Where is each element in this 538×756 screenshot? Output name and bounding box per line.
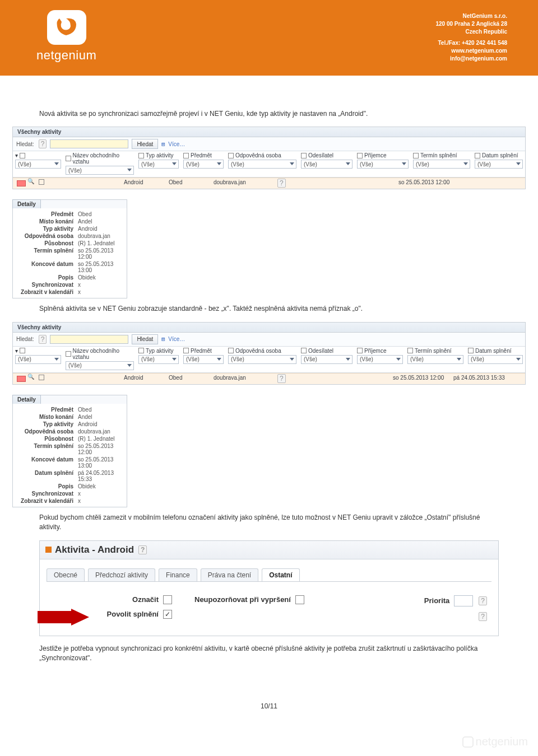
- company-tel: Tel./Fax: +420 242 441 548: [436, 39, 508, 47]
- magnifier-icon[interactable]: 🔍: [25, 374, 36, 384]
- search-button[interactable]: Hledat: [132, 139, 158, 149]
- paragraph-1: Nová aktivita se po synchronizaci samozř…: [39, 109, 499, 119]
- search-label: Hledat:: [16, 141, 34, 147]
- grid-title: Všechny aktivity: [13, 323, 525, 333]
- paragraph-3: Pokud bychom chtěli zamezit v mobilním t…: [39, 513, 499, 533]
- paragraph-2: Splněná aktivita se v NET Geniu zobrazuj…: [39, 304, 499, 314]
- color-swatch: [17, 376, 26, 382]
- tabs: Obecné Předchozí aktivity Finance Práva …: [40, 559, 498, 581]
- filter-select[interactable]: (Vše): [228, 160, 296, 169]
- color-swatch: [17, 180, 26, 186]
- tab-ostatni[interactable]: Ostatní: [262, 568, 299, 581]
- pointer-arrow-icon: [38, 609, 89, 626]
- expand-icon[interactable]: ⊞: [161, 141, 165, 147]
- tab-finance[interactable]: Finance: [159, 568, 197, 581]
- svg-marker-0: [38, 609, 89, 626]
- filter-select[interactable]: (Vše): [138, 160, 179, 169]
- detail-row: Koncové datumso 25.05.2013 13:00: [16, 456, 123, 469]
- detail-row: Datum splněnípá 24.05.2013 15:33: [16, 469, 123, 483]
- checkbox-oznacit[interactable]: [163, 595, 172, 604]
- filter-select[interactable]: (Vše): [138, 355, 179, 364]
- filter-select[interactable]: (Vše): [183, 160, 224, 169]
- filter-select[interactable]: (Vše): [468, 355, 523, 364]
- tab-obecne[interactable]: Obecné: [47, 568, 85, 581]
- help-icon[interactable]: ?: [479, 596, 487, 605]
- more-link[interactable]: Více…: [168, 336, 185, 342]
- detail-row: Místo konáníAndel: [16, 413, 123, 421]
- detail-row: PopisObidek: [16, 483, 123, 490]
- detail-row: Koncové datumso 25.05.2013 13:00: [16, 260, 123, 274]
- filter-select[interactable]: (Vše): [228, 355, 296, 364]
- search-input[interactable]: [50, 139, 128, 148]
- filter-select[interactable]: (Vše): [475, 160, 523, 169]
- filter-select[interactable]: (Vše): [15, 160, 61, 169]
- filter-select[interactable]: (Vše): [301, 355, 353, 364]
- checkbox-povolit[interactable]: ✓: [163, 610, 172, 619]
- detail-row: Místo konáníAndel: [16, 218, 123, 225]
- help-icon[interactable]: ?: [138, 545, 147, 554]
- help-icon[interactable]: ?: [479, 612, 487, 621]
- search-button[interactable]: Hledat: [132, 334, 158, 344]
- detail-row: Synchronizovatx: [16, 281, 123, 288]
- company-addr2: Czech Republic: [436, 28, 508, 36]
- filter-select[interactable]: (Vše): [301, 160, 353, 169]
- help-icon[interactable]: ?: [39, 139, 47, 148]
- search-input[interactable]: [50, 335, 128, 344]
- square-icon: [45, 547, 52, 553]
- detail-row: Odpovědná osobadoubrava.jan: [16, 232, 123, 240]
- filter-select[interactable]: (Vše): [407, 355, 463, 364]
- checkbox-neupo[interactable]: [295, 595, 304, 604]
- detail-row: Typ aktivityAndroid: [16, 225, 123, 232]
- table-row[interactable]: 🔍 Android Obed doubrava.jan ? so 25.05.2…: [13, 373, 525, 384]
- logo-icon: [47, 10, 86, 45]
- detail-row: Působnost(R) 1. Jednatel: [16, 435, 123, 442]
- filter-select[interactable]: (Vše): [413, 160, 470, 169]
- details-tab[interactable]: Detaily: [12, 395, 41, 404]
- filter-select[interactable]: (Vše): [66, 361, 134, 370]
- company-name: NetGenium s.r.o.: [436, 12, 508, 20]
- details-tab[interactable]: Detaily: [12, 199, 41, 208]
- grid-title: Všechny aktivity: [13, 127, 525, 137]
- priority-input[interactable]: [454, 595, 473, 606]
- detail-row: PředmětObed: [16, 406, 123, 413]
- activities-grid: Všechny aktivity Hledat: ? Hledat ⊞ Více…: [12, 322, 526, 385]
- column-headers: ▾(Vše) Název obchodního vztahu(Vše) Typ …: [13, 347, 525, 373]
- table-row[interactable]: 🔍 Android Obed doubrava.jan ? so 25.05.2…: [13, 178, 525, 189]
- detail-row: PopisObidek: [16, 274, 123, 281]
- screenshot-grid-2: Všechny aktivity Hledat: ? Hledat ⊞ Více…: [22, 322, 516, 507]
- detail-row: Typ aktivityAndroid: [16, 421, 123, 428]
- detail-row: Termín splněníso 25.05.2013 12:00: [16, 247, 123, 260]
- screenshot-grid-1: Všechny aktivity Hledat: ? Hledat ⊞ Více…: [22, 127, 516, 298]
- filter-select[interactable]: (Vše): [66, 166, 134, 175]
- detail-row: Odpovědná osobadoubrava.jan: [16, 428, 123, 435]
- page-number: 10/11: [22, 702, 516, 710]
- label-priorita: Priorita: [424, 596, 450, 605]
- label-povolit: Povolit splnění: [80, 610, 159, 618]
- detail-row: Zobrazit v kalendářix: [16, 288, 123, 296]
- column-headers: ▾ (Vše) Název obchodního vztahu(Vše) Typ…: [13, 151, 525, 178]
- paragraph-4: Jestliže je potřeba vypnout synchronizac…: [39, 644, 499, 664]
- details-panel: Detaily PředmětObedMísto konáníAndelTyp …: [12, 199, 127, 298]
- company-addr1: 120 00 Praha 2 Anglická 28: [436, 20, 508, 28]
- expand-icon[interactable]: ⊞: [161, 336, 165, 342]
- activity-dialog: Aktivita - Android ? Obecné Předchozí ak…: [39, 540, 499, 636]
- more-link[interactable]: Více…: [168, 141, 185, 147]
- logo-text: netgenium: [36, 48, 96, 63]
- filter-select[interactable]: (Vše): [183, 355, 224, 364]
- company-web: www.netgenium.com: [436, 47, 508, 55]
- detail-row: Zobrazit v kalendářix: [16, 497, 123, 505]
- filter-select[interactable]: (Vše): [357, 355, 403, 364]
- company-mail: info@netgenium.com: [436, 55, 508, 63]
- tab-prava[interactable]: Práva na čtení: [201, 568, 258, 581]
- details-panel: Detaily PředmětObedMísto konáníAndelTyp …: [12, 395, 127, 507]
- help-icon[interactable]: ?: [39, 335, 47, 344]
- magnifier-icon[interactable]: 🔍: [25, 178, 36, 189]
- detail-row: Působnost(R) 1. Jednatel: [16, 240, 123, 247]
- filter-select[interactable]: (Vše): [357, 160, 409, 169]
- header-banner: netgenium NetGenium s.r.o. 120 00 Praha …: [0, 0, 538, 76]
- detail-row: PředmětObed: [16, 211, 123, 218]
- filter-select[interactable]: (Vše): [15, 355, 61, 364]
- tab-predchozi[interactable]: Předchozí aktivity: [88, 568, 155, 581]
- label-neupo: Neupozorňovat při vypršení: [194, 595, 291, 604]
- company-contact: NetGenium s.r.o. 120 00 Praha 2 Anglická…: [436, 12, 508, 63]
